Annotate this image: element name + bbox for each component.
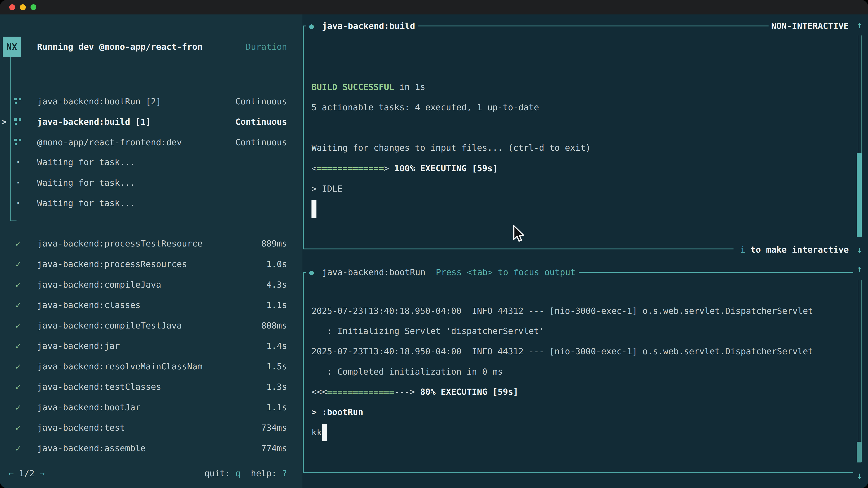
task-label: java-backend:bootJar: [37, 397, 141, 418]
task-spinner-icon: [14, 98, 22, 105]
progress-bar-fill: =============: [317, 163, 384, 173]
log-line: : Initializing Servlet 'dispatcherServle…: [311, 321, 544, 341]
task-pending-dot-icon: ·: [15, 156, 21, 168]
task-row[interactable]: ✓java-backend:compileTestJava808ms: [0, 315, 303, 336]
build-scroll-down-icon[interactable]: ↓: [852, 243, 866, 256]
task-label: java-backend:build [1]: [37, 111, 151, 132]
task-success-check-icon: ✓: [16, 402, 21, 413]
task-duration: 808ms: [261, 315, 287, 336]
bootrun-panel-legend: ● java-backend:bootRun Press <tab> to fo…: [306, 262, 579, 283]
task-status: Continuous: [235, 111, 287, 132]
task-spinner-icon: [14, 139, 22, 146]
task-success-check-icon: ✓: [16, 382, 21, 392]
quit-key: q: [235, 468, 241, 478]
bootrun-scrollbar-thumb[interactable]: [857, 442, 862, 462]
progress-status-text: 80% EXECUTING [59s]: [415, 387, 519, 397]
build-panel-bullet-icon: ●: [309, 22, 314, 31]
task-label: java-backend:resolveMainClassNam: [37, 356, 203, 377]
task-row[interactable]: ✓java-backend:processTestResource889ms: [0, 233, 303, 254]
task-status: Continuous: [235, 91, 287, 111]
log-line: 2025-07-23T13:40:18.950-04:00 INFO 44312…: [311, 341, 813, 361]
progress-status-text: 100% EXECUTING [59s]: [389, 163, 498, 173]
task-label: @mono-app/react-frontend:dev: [37, 132, 182, 153]
task-success-check-icon: ✓: [16, 259, 21, 269]
task-duration: 1.4s: [266, 336, 287, 356]
next-page-arrow-icon[interactable]: →: [39, 468, 45, 478]
task-duration: 774ms: [261, 438, 287, 458]
bootrun-panel-bullet-icon: ●: [309, 268, 314, 277]
bootrun-input-text[interactable]: kk: [311, 422, 322, 443]
build-success-line: BUILD SUCCESSFUL in 1s: [311, 77, 425, 97]
bootrun-progress-line: <<<=============---> 80% EXECUTING [59s]: [311, 382, 518, 402]
task-pending-dot-icon: ·: [15, 177, 21, 189]
task-success-check-icon: ✓: [16, 238, 21, 249]
bootrun-panel-left-border: [303, 272, 304, 473]
build-terminal-cursor: [311, 200, 316, 218]
bootrun-terminal-cursor: [322, 424, 327, 441]
window-titlebar: [0, 0, 868, 14]
build-progress-line: <=============> 100% EXECUTING [59s]: [311, 158, 498, 178]
task-pending-dot-icon: ·: [15, 197, 21, 209]
build-panel-title: java-backend:build: [314, 21, 415, 31]
task-row[interactable]: ✓java-backend:assemble774ms: [0, 438, 303, 458]
build-scroll-up-icon[interactable]: ↑: [852, 19, 866, 31]
task-duration: 1.0s: [266, 254, 287, 274]
minimize-button[interactable]: [20, 4, 26, 10]
task-label: java-backend:compileJava: [37, 274, 161, 295]
task-row[interactable]: @mono-app/react-frontend:devContinuous: [0, 132, 303, 153]
build-panel-left-border: [303, 26, 304, 250]
task-row[interactable]: ✓java-backend:testClasses1.3s: [0, 377, 303, 397]
task-row[interactable]: ✓java-backend:test734ms: [0, 418, 303, 438]
page-indicator: ← 1/2 →: [8, 463, 45, 484]
task-row[interactable]: ✓java-backend:bootJar1.1s: [0, 397, 303, 418]
zoom-button[interactable]: [31, 4, 36, 10]
progress-bar-remainder: --->: [394, 387, 415, 397]
bootrun-scroll-down-icon[interactable]: ↓: [852, 469, 866, 482]
build-scrollbar-thumb[interactable]: [857, 153, 862, 237]
non-interactive-badge: NON-INTERACTIVE: [771, 16, 849, 36]
task-success-check-icon: ✓: [16, 443, 21, 453]
keyboard-hints: quit: q help: ?: [204, 463, 287, 484]
progress-open-bracket: <<<: [311, 387, 327, 397]
task-success-check-icon: ✓: [16, 341, 21, 351]
task-row[interactable]: ·Waiting for task...: [0, 173, 303, 193]
task-row[interactable]: ✓java-backend:resolveMainClassNam1.5s: [0, 356, 303, 377]
bootrun-scrollbar-track[interactable]: [858, 280, 862, 462]
task-list-header: Running dev @mono-app/react-fron Duratio…: [0, 37, 303, 57]
task-row[interactable]: ✓java-backend:processResources1.0s: [0, 254, 303, 274]
quit-label: quit:: [204, 468, 235, 478]
task-row[interactable]: java-backend:build [1]Continuous: [0, 111, 303, 132]
task-success-check-icon: ✓: [16, 280, 21, 290]
bootrun-panel-title: java-backend:bootRun: [314, 267, 426, 277]
interactive-hint-key: i: [740, 245, 745, 255]
help-key: ?: [282, 468, 287, 478]
task-label: java-backend:processResources: [37, 254, 187, 274]
task-label: java-backend:jar: [37, 336, 120, 356]
task-row[interactable]: ✓java-backend:classes1.1s: [0, 295, 303, 315]
bootrun-prompt-line: > :bootRun: [311, 402, 363, 422]
interactive-hint: i to make interactive: [740, 239, 849, 260]
terminal-window: NX Running dev @mono-app/react-fron Dura…: [0, 0, 868, 488]
idle-line: > IDLE: [311, 178, 342, 199]
prev-page-arrow-icon[interactable]: ←: [8, 468, 14, 478]
task-row[interactable]: java-backend:bootRun [2]Continuous: [0, 91, 303, 111]
task-label: java-backend:testClasses: [37, 377, 161, 397]
task-label: java-backend:processTestResource: [37, 233, 203, 254]
progress-open-bracket: <: [311, 163, 317, 173]
page-count: 1/2: [14, 468, 39, 478]
task-row[interactable]: ✓java-backend:compileJava4.3s: [0, 274, 303, 295]
build-panel-bottom-border: [303, 249, 734, 250]
task-label: Waiting for task...: [37, 173, 135, 193]
task-label: java-backend:compileTestJava: [37, 315, 182, 336]
task-row[interactable]: ·Waiting for task...: [0, 193, 303, 213]
task-success-check-icon: ✓: [16, 361, 21, 372]
task-label: Waiting for task...: [37, 193, 135, 213]
build-panel-legend: ● java-backend:build: [306, 16, 418, 36]
close-button[interactable]: [9, 4, 15, 10]
task-label: Waiting for task...: [37, 152, 135, 172]
bootrun-scroll-up-icon[interactable]: ↑: [852, 263, 866, 275]
task-row[interactable]: ·Waiting for task...: [0, 152, 303, 172]
task-label: java-backend:classes: [37, 295, 141, 315]
task-row[interactable]: ✓java-backend:jar1.4s: [0, 336, 303, 356]
build-successful-text: BUILD SUCCESSFUL: [311, 82, 394, 92]
